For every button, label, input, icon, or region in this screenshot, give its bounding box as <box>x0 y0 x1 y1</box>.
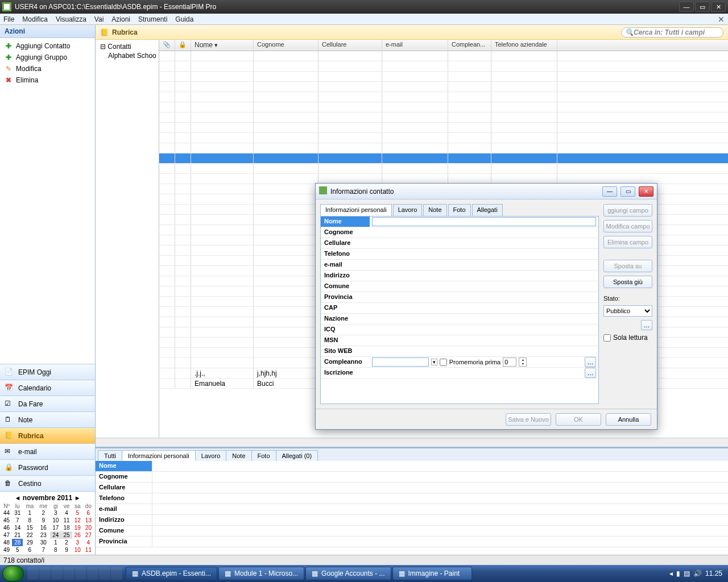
detail-row[interactable]: Telefono <box>96 493 728 504</box>
detail-tab-foto[interactable]: Foto <box>251 450 276 461</box>
field-label[interactable]: CAP <box>321 303 370 313</box>
col-cognome[interactable]: Cognome <box>254 40 318 51</box>
detail-tab-lavoro[interactable]: Lavoro <box>195 450 227 461</box>
menu-vai[interactable]: Vai <box>94 15 104 23</box>
state-more-button[interactable]: … <box>641 320 652 330</box>
table-row[interactable] <box>159 82 728 92</box>
field-label[interactable]: Provincia <box>321 292 370 302</box>
ql-icon[interactable] <box>39 567 51 580</box>
task-button[interactable]: ▦ASDB.epim - Essenti... <box>126 567 217 580</box>
field-value[interactable] <box>370 292 598 302</box>
table-row[interactable] <box>159 102 728 113</box>
field-value[interactable] <box>370 260 598 270</box>
state-select[interactable]: Pubblico <box>603 305 652 317</box>
field-value[interactable] <box>370 238 598 248</box>
detail-row[interactable]: Nome <box>96 461 728 472</box>
detail-tab-info[interactable]: Informazioni personali <box>122 450 196 461</box>
field-value[interactable] <box>370 303 598 313</box>
col-telefono-az[interactable]: Telefono aziendale <box>491 40 557 51</box>
field-label[interactable]: Nazione <box>321 314 370 324</box>
ql-icon[interactable] <box>87 567 98 580</box>
system-tray[interactable]: ◂ ▮ ▤ 🔊 11.25 <box>669 569 726 577</box>
dialog-tab-info[interactable]: Informazioni personali <box>320 204 392 217</box>
edit-field-button[interactable]: Modifica campo <box>603 220 652 232</box>
nav-note[interactable]: 🗒Note <box>0 411 95 427</box>
col-compleanno[interactable]: Complean... <box>448 40 491 51</box>
dialog-close-button[interactable]: ✕ <box>639 186 653 197</box>
maximize-button[interactable]: ▭ <box>695 2 710 12</box>
detail-grid[interactable]: NomeCognomeCellulareTelefonoe-mailIndiri… <box>96 461 728 555</box>
nav-epim-oggi[interactable]: 📄EPIM Oggi <box>0 364 95 380</box>
table-row[interactable] <box>159 123 728 133</box>
clock[interactable]: 11.25 <box>705 569 722 577</box>
field-value[interactable] <box>370 325 598 335</box>
save-new-button[interactable]: Salva e Nuovo <box>506 413 551 426</box>
dialog-tab-note[interactable]: Note <box>423 204 446 217</box>
table-row[interactable] <box>159 51 728 61</box>
nav-cestino[interactable]: 🗑Cestino <box>0 475 95 491</box>
task-button[interactable]: ▦Module 1 - Microso... <box>218 567 304 580</box>
add-field-button[interactable]: ggiungi campo <box>603 204 652 217</box>
table-row[interactable] <box>159 61 728 72</box>
col-email[interactable]: e-mail <box>382 40 448 51</box>
field-label[interactable]: Cellulare <box>321 238 370 248</box>
field-value[interactable] <box>370 217 598 227</box>
task-button[interactable]: ▦Google Accounts - ... <box>305 567 391 580</box>
menu-azioni[interactable]: Azioni <box>111 15 130 23</box>
detail-row[interactable]: e-mail <box>96 504 728 515</box>
cancel-button[interactable]: Annulla <box>606 413 651 426</box>
mini-calendar[interactable]: ◂novembre 2011▸ Nºlumamegivesado44311234… <box>0 491 95 555</box>
reminder-spinner[interactable]: ▴▾ <box>519 357 527 367</box>
table-row[interactable] <box>159 153 728 164</box>
dialog-minimize-button[interactable]: — <box>602 186 617 197</box>
close-button[interactable]: ✕ <box>711 2 726 12</box>
field-label[interactable]: MSN <box>321 335 370 346</box>
action-add-contact[interactable]: ✚Aggiungi Contatto <box>0 40 95 52</box>
detail-row[interactable]: Provincia <box>96 537 728 547</box>
ql-icon[interactable] <box>99 567 110 580</box>
field-value[interactable] <box>370 271 598 281</box>
detail-row[interactable]: Indirizzo <box>96 515 728 526</box>
ql-icon[interactable] <box>63 567 75 580</box>
date-dropdown-icon[interactable]: ▾ <box>431 359 437 365</box>
nav-email[interactable]: ✉e-mail <box>0 443 95 459</box>
field-label[interactable]: Comune <box>321 281 370 292</box>
table-row[interactable] <box>159 72 728 82</box>
detail-row[interactable]: Cellulare <box>96 483 728 493</box>
field-value[interactable] <box>370 335 598 346</box>
birthday-more-button[interactable]: … <box>585 357 596 367</box>
volume-icon[interactable]: 🔊 <box>693 569 702 577</box>
ok-button[interactable]: OK <box>556 413 601 426</box>
field-label[interactable]: Nome <box>321 217 370 227</box>
field-value[interactable] <box>370 314 598 324</box>
ql-icon[interactable] <box>51 567 63 580</box>
nav-calendario[interactable]: 📅Calendario <box>0 380 95 396</box>
delete-field-button[interactable]: Elimina campo <box>603 236 652 248</box>
tray-icon[interactable]: ▮ <box>676 569 680 577</box>
birthday-input[interactable] <box>372 357 429 367</box>
dialog-tab-lavoro[interactable]: Lavoro <box>393 204 423 217</box>
table-row[interactable] <box>159 113 728 123</box>
detail-tab-note[interactable]: Note <box>226 450 251 461</box>
tray-icon[interactable]: ▤ <box>684 569 690 577</box>
menu-strumenti[interactable]: Strumenti <box>138 15 167 23</box>
start-button[interactable] <box>2 566 24 581</box>
dialog-maximize-button[interactable]: ▭ <box>621 186 635 197</box>
task-button[interactable]: ▦Immagine - Paint <box>392 567 472 580</box>
grid-header[interactable]: 📎 🔒 Nome ▾ Cognome Cellulare e-mail Comp… <box>159 40 728 51</box>
col-lock[interactable]: 🔒 <box>175 40 191 51</box>
horizontal-scrollbar[interactable] <box>96 438 728 447</box>
detail-tab-tutti[interactable]: Tutti <box>98 450 122 461</box>
nav-rubrica[interactable]: 📒Rubrica <box>0 427 95 443</box>
field-value[interactable] <box>370 249 598 259</box>
detail-tab-allegati[interactable]: Allegati (0) <box>276 450 318 461</box>
col-attachment[interactable]: 📎 <box>159 40 175 51</box>
col-nome[interactable]: Nome ▾ <box>191 40 254 51</box>
detail-row[interactable]: Cognome <box>96 472 728 483</box>
menu-file[interactable]: File <box>3 15 14 23</box>
action-add-group[interactable]: ✚Aggiungi Gruppo <box>0 52 95 63</box>
menu-modifica[interactable]: Modifica <box>22 15 48 23</box>
ql-icon[interactable] <box>27 567 39 580</box>
ql-icon[interactable] <box>111 567 122 580</box>
nome-input[interactable] <box>372 217 596 226</box>
